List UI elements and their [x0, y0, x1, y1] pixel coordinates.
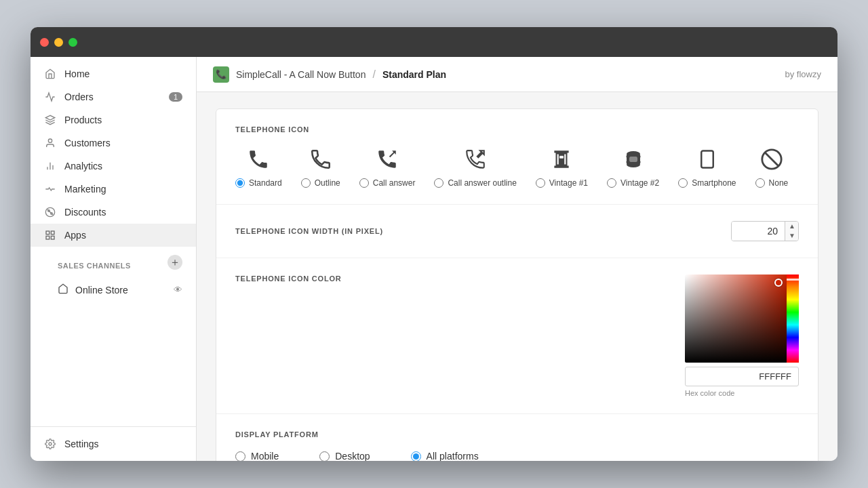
- icon-option-call-answer-outline[interactable]: Call answer outline: [434, 146, 516, 188]
- width-section-label: TELEPHONE ICON WIDTH (IN PIXEL): [235, 227, 383, 235]
- vintage1-radio-row[interactable]: Vintage #1: [536, 178, 588, 188]
- platform-section-label: DISPLAY PLATFORM: [235, 430, 799, 439]
- standard-radio-row[interactable]: Standard: [235, 178, 282, 188]
- icon-option-call-answer[interactable]: Call answer: [359, 146, 416, 188]
- sidebar-item-settings[interactable]: Settings: [31, 432, 196, 455]
- sidebar: Home Orders 1 Products: [31, 57, 197, 461]
- icon-option-vintage1[interactable]: Vintage #1: [536, 146, 588, 188]
- discounts-icon: [44, 206, 56, 218]
- svg-rect-9: [51, 231, 54, 235]
- titlebar: [31, 27, 837, 57]
- analytics-icon: [44, 160, 56, 172]
- icon-option-standard[interactable]: Standard: [235, 146, 282, 188]
- sidebar-item-analytics[interactable]: Analytics: [31, 155, 196, 178]
- width-section: TELEPHONE ICON WIDTH (IN PIXEL) ▲ ▼: [216, 205, 818, 258]
- svg-point-1: [48, 139, 52, 142]
- settings-icon: [44, 438, 56, 450]
- mobile-radio[interactable]: [235, 451, 245, 462]
- sidebar-item-marketing[interactable]: Marketing: [31, 178, 196, 201]
- color-gradient[interactable]: [685, 274, 787, 363]
- svg-point-21: [637, 161, 640, 164]
- smartphone-label: Smartphone: [692, 178, 736, 188]
- all-platforms-radio[interactable]: [411, 451, 421, 462]
- all-platforms-label: All platforms: [427, 451, 479, 461]
- standard-radio[interactable]: [235, 178, 245, 188]
- app-icon: 📞: [213, 66, 229, 83]
- icon-option-vintage2[interactable]: Vintage #2: [607, 146, 659, 188]
- close-button[interactable]: [40, 38, 49, 47]
- call-answer-outline-label: Call answer outline: [448, 178, 516, 188]
- width-decrement-button[interactable]: ▼: [785, 231, 799, 241]
- icon-option-outline[interactable]: Outline: [301, 146, 340, 188]
- none-radio-row[interactable]: None: [755, 178, 789, 188]
- outline-radio-row[interactable]: Outline: [301, 178, 340, 188]
- vintage2-radio[interactable]: [607, 178, 616, 188]
- outline-radio[interactable]: [301, 178, 311, 188]
- color-section: TELEPHONE ICON COLOR: [216, 258, 818, 414]
- orders-badge: 1: [169, 92, 182, 102]
- sidebar-item-discounts[interactable]: Discounts: [31, 201, 196, 224]
- desktop-radio[interactable]: [319, 451, 330, 462]
- sidebar-item-products[interactable]: Products: [31, 108, 196, 131]
- telephone-icon-section-label: TELEPHONE ICON: [235, 125, 799, 134]
- home-icon: [44, 68, 56, 80]
- call-answer-icon: [376, 146, 399, 173]
- sidebar-item-customers[interactable]: Customers: [31, 131, 196, 155]
- desktop-label: Desktop: [335, 451, 370, 461]
- vintage2-radio-row[interactable]: Vintage #2: [607, 178, 659, 188]
- app-name: SimpleCall - A Call Now Button: [236, 69, 366, 80]
- mobile-label: Mobile: [251, 451, 279, 461]
- call-answer-radio-row[interactable]: Call answer: [359, 178, 416, 188]
- color-spectrum[interactable]: [787, 274, 799, 363]
- spectrum-indicator: [787, 279, 799, 281]
- call-answer-label: Call answer: [373, 178, 416, 188]
- width-input-wrap: ▲ ▼: [731, 221, 799, 241]
- svg-rect-11: [51, 236, 54, 239]
- apps-icon: [44, 229, 56, 241]
- smartphone-icon: [697, 146, 717, 173]
- sidebar-label-analytics: Analytics: [64, 161, 102, 171]
- color-hex-input[interactable]: [685, 367, 799, 386]
- settings-label: Settings: [64, 439, 99, 449]
- platform-option-mobile[interactable]: Mobile: [235, 451, 279, 461]
- customers-icon: [44, 137, 56, 149]
- sidebar-item-apps[interactable]: Apps: [31, 224, 196, 247]
- standard-phone-icon: [247, 146, 270, 173]
- smartphone-radio[interactable]: [678, 178, 688, 188]
- call-answer-outline-radio-row[interactable]: Call answer outline: [434, 178, 516, 188]
- sidebar-item-home[interactable]: Home: [31, 62, 196, 85]
- vintage1-radio[interactable]: [536, 178, 545, 188]
- sidebar-item-online-store[interactable]: Online Store 👁: [31, 278, 196, 302]
- eye-icon[interactable]: 👁: [174, 285, 182, 295]
- platform-option-all[interactable]: All platforms: [411, 451, 479, 461]
- sidebar-label-orders: Orders: [64, 92, 94, 102]
- smartphone-radio-row[interactable]: Smartphone: [678, 178, 736, 188]
- width-increment-button[interactable]: ▲: [785, 222, 799, 231]
- sales-channels-row: SALES CHANNELS ＋: [31, 247, 196, 278]
- standard-label: Standard: [249, 178, 282, 188]
- online-store-label: Online Store: [75, 285, 128, 296]
- sidebar-item-orders[interactable]: Orders 1: [31, 85, 196, 108]
- telephone-icon-section: TELEPHONE ICON Standard: [216, 109, 818, 205]
- fullscreen-button[interactable]: [68, 38, 77, 47]
- sales-channels-label: SALES CHANNELS: [44, 251, 144, 274]
- width-input[interactable]: [732, 222, 785, 241]
- topbar: 📞 SimpleCall - A Call Now Button / Stand…: [197, 57, 837, 92]
- add-sales-channel-button[interactable]: ＋: [167, 255, 182, 270]
- call-answer-radio[interactable]: [359, 178, 369, 188]
- page-body: TELEPHONE ICON Standard: [197, 92, 837, 461]
- icon-option-smartphone[interactable]: Smartphone: [678, 146, 736, 188]
- none-icon: [760, 146, 783, 173]
- hex-label: Hex color code: [685, 389, 799, 397]
- products-icon: [44, 114, 56, 126]
- width-spinners: ▲ ▼: [785, 222, 799, 241]
- svg-point-18: [626, 155, 629, 159]
- platform-option-desktop[interactable]: Desktop: [319, 451, 370, 461]
- minimize-button[interactable]: [54, 38, 63, 47]
- sidebar-bottom: Settings: [31, 426, 196, 461]
- none-radio[interactable]: [755, 178, 765, 188]
- color-section-label: TELEPHONE ICON COLOR: [235, 274, 342, 283]
- icon-option-none[interactable]: None: [755, 146, 789, 188]
- call-answer-outline-radio[interactable]: [434, 178, 443, 188]
- icon-options-list: Standard Outline: [235, 146, 799, 188]
